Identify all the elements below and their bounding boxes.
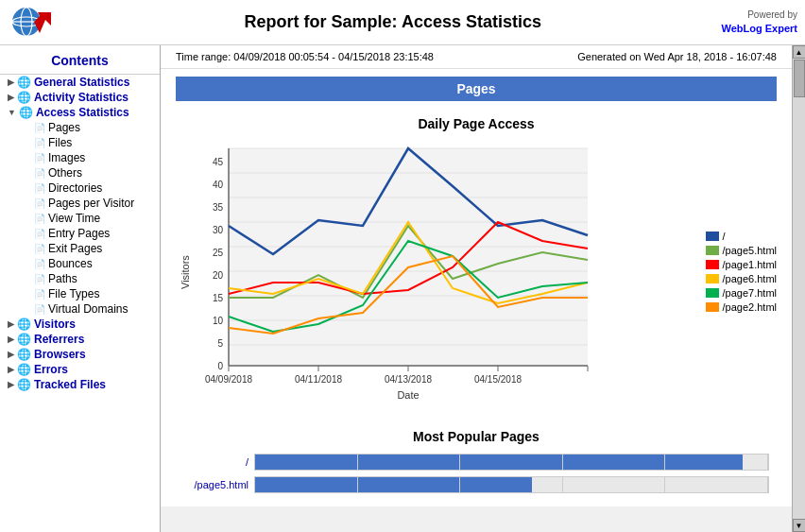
page-icon-others: 📄 — [34, 168, 45, 179]
legend-item-page5: /page5.html — [706, 245, 777, 256]
popular-title: Most Popular Pages — [176, 429, 777, 444]
page-icon-paths: 📄 — [34, 274, 45, 284]
sidebar-item-visitors[interactable]: ▶ 🌐 Visitors — [0, 317, 160, 332]
sidebar-item-virtual-domains[interactable]: 📄 Virtual Domains — [0, 301, 160, 317]
legend-label-page7: /page7.html — [723, 287, 777, 299]
sidebar-item-general-statistics[interactable]: ▶ 🌐 General Statistics — [0, 75, 160, 90]
sidebar-item-entry-pages[interactable]: 📄 Entry Pages — [0, 226, 160, 241]
page-icon-ep: 📄 — [34, 229, 45, 239]
sidebar-item-activity-statistics[interactable]: ▶ 🌐 Activity Statistics — [0, 90, 160, 105]
line-chart-svg: 0 5 10 15 20 25 30 35 40 45 — [191, 139, 644, 403]
globe-icon-browsers: 🌐 — [17, 348, 31, 361]
sidebar-label-referrers: Referrers — [34, 333, 84, 346]
expand-icon-tf: ▶ — [8, 380, 14, 389]
scroll-thumb[interactable] — [794, 60, 805, 97]
bar-track-page5 — [254, 476, 769, 493]
sidebar-item-paths[interactable]: 📄 Paths — [0, 271, 160, 286]
scroll-track[interactable] — [793, 59, 806, 519]
expand-icon-visitors: ▶ — [8, 319, 14, 329]
bar-grid-slash — [255, 455, 768, 470]
grid-line — [460, 477, 563, 492]
chart-legend: / /page5.html /page1.html /page6.ht — [694, 139, 777, 406]
sidebar-label-errors: Errors — [34, 363, 68, 376]
globe-icon-activity: 🌐 — [17, 91, 31, 104]
sidebar-title: Contents — [0, 49, 160, 75]
chart-area: Visitors — [176, 139, 777, 406]
svg-text:04/15/2018: 04/15/2018 — [474, 374, 522, 385]
expand-icon-referrers: ▶ — [8, 335, 14, 344]
sidebar-label-files: Files — [48, 136, 72, 149]
expand-icon: ▶ — [8, 77, 14, 87]
sidebar-label-general: General Statistics — [34, 76, 129, 89]
legend-color-slash — [706, 232, 719, 241]
sidebar-item-directories[interactable]: 📄 Directories — [0, 180, 160, 196]
globe-icon-referrers: 🌐 — [17, 333, 31, 346]
time-bar: Time range: 04/09/2018 00:05:54 - 04/15/… — [161, 45, 792, 69]
brand-link[interactable]: WebLog Expert — [722, 23, 797, 34]
legend-color-page6 — [706, 274, 719, 283]
sidebar-label-vd: Virtual Domains — [48, 302, 128, 316]
sidebar-label-ep: Entry Pages — [48, 227, 110, 240]
grid-line — [358, 477, 461, 492]
grid-line — [255, 477, 358, 492]
legend-label-page5: /page5.html — [723, 245, 777, 256]
sidebar-label-access: Access Statistics — [36, 106, 129, 119]
svg-text:5: 5 — [217, 338, 223, 349]
svg-text:04/09/2018: 04/09/2018 — [205, 374, 252, 385]
svg-text:25: 25 — [213, 248, 224, 258]
legend-item-page6: /page6.html — [706, 273, 777, 284]
grid-line — [665, 455, 768, 470]
sidebar-item-tracked-files[interactable]: ▶ 🌐 Tracked Files — [0, 377, 160, 392]
globe-icon-errors: 🌐 — [17, 363, 31, 376]
sidebar-item-referrers[interactable]: ▶ 🌐 Referrers — [0, 332, 160, 347]
page-icon-directories: 📄 — [34, 183, 45, 194]
sidebar-label-ppv: Pages per Visitor — [48, 197, 134, 210]
sidebar-item-others[interactable]: 📄 Others — [0, 165, 160, 180]
svg-text:15: 15 — [213, 293, 224, 303]
bar-track-slash — [254, 454, 769, 471]
legend-item-slash: / — [706, 231, 777, 242]
page-icon-vd: 📄 — [34, 304, 45, 315]
svg-text:45: 45 — [213, 157, 224, 167]
powered-by: Powered by WebLog Expert — [722, 9, 797, 36]
generated-on: Generated on Wed Apr 18, 2018 - 16:07:48 — [577, 51, 777, 62]
bar-grid-page5 — [255, 477, 768, 492]
grid-line — [460, 455, 563, 470]
scroll-up-button[interactable]: ▲ — [793, 45, 806, 59]
time-range: Time range: 04/09/2018 00:05:54 - 04/15/… — [176, 51, 434, 62]
legend-item-page7: /page7.html — [706, 287, 777, 299]
pages-section-header: Pages — [176, 77, 777, 101]
svg-text:35: 35 — [213, 202, 224, 213]
sidebar-item-images[interactable]: 📄 Images — [0, 150, 160, 165]
chart-title: Daily Page Access — [176, 116, 777, 131]
sidebar-item-files[interactable]: 📄 Files — [0, 135, 160, 150]
globe-icon: 🌐 — [17, 76, 31, 89]
globe-icon-tf: 🌐 — [17, 378, 31, 391]
page-icon-bounces: 📄 — [34, 259, 45, 269]
page-icon-ft: 📄 — [34, 289, 45, 300]
sidebar-item-pages-per-visitor[interactable]: 📄 Pages per Visitor — [0, 196, 160, 211]
sidebar: Contents ▶ 🌐 General Statistics ▶ 🌐 Acti… — [0, 45, 161, 532]
sidebar-item-bounces[interactable]: 📄 Bounces — [0, 256, 160, 271]
sidebar-item-pages[interactable]: 📄 Pages — [0, 120, 160, 135]
sidebar-label-vt: View Time — [48, 212, 100, 225]
expand-icon-activity: ▶ — [8, 93, 14, 102]
page-title: Report for Sample: Access Statistics — [64, 12, 722, 32]
sidebar-item-view-time[interactable]: 📄 View Time — [0, 211, 160, 226]
sidebar-item-access-statistics[interactable]: ▼ 🌐 Access Statistics — [0, 105, 160, 120]
svg-text:20: 20 — [213, 270, 224, 281]
sidebar-label-browsers: Browsers — [34, 348, 86, 361]
scroll-down-button[interactable]: ▼ — [793, 519, 806, 532]
sidebar-item-file-types[interactable]: 📄 File Types — [0, 286, 160, 301]
sidebar-item-browsers[interactable]: ▶ 🌐 Browsers — [0, 347, 160, 362]
legend-color-page7 — [706, 288, 719, 298]
sidebar-label-others: Others — [48, 166, 82, 180]
app-logo — [8, 4, 53, 42]
chart-main: 0 5 10 15 20 25 30 35 40 45 — [191, 139, 694, 406]
sidebar-item-exit-pages[interactable]: 📄 Exit Pages — [0, 241, 160, 256]
chart-container: Daily Page Access Visitors — [161, 109, 792, 414]
legend-item-page2: /page2.html — [706, 301, 777, 313]
grid-line — [563, 477, 666, 492]
svg-text:04/13/2018: 04/13/2018 — [385, 374, 432, 385]
sidebar-item-errors[interactable]: ▶ 🌐 Errors — [0, 362, 160, 377]
